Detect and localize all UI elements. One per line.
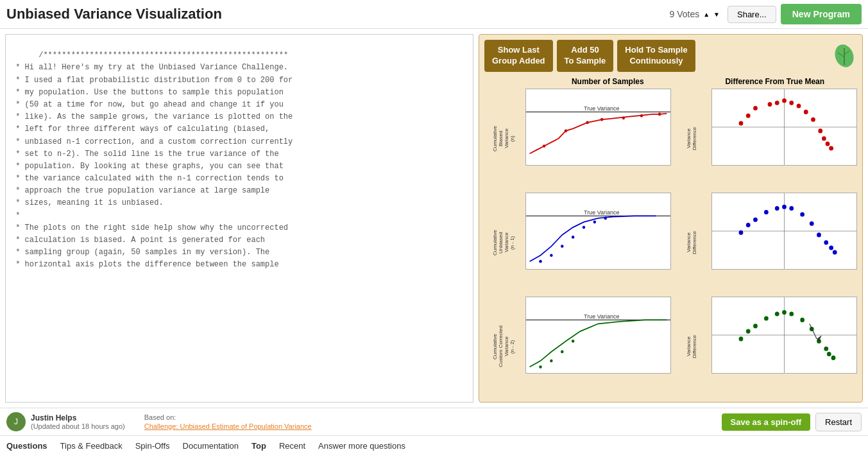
svg-point-57 [561,351,564,354]
svg-point-9 [600,118,604,121]
vote-down-button[interactable]: ▼ [713,11,720,18]
svg-point-69 [824,347,828,351]
svg-point-7 [565,129,568,132]
svg-point-10 [622,116,625,119]
chart-right-2 [711,193,857,270]
left-label-2: Cumulative Unbiased Variance (n - 1) [484,193,523,293]
svg-point-27 [739,121,744,125]
svg-point-42 [775,206,779,211]
svg-point-46 [810,221,814,226]
svg-text:True Variance: True Variance [584,313,620,320]
right-column-header: Difference From True Mean [693,77,858,86]
new-program-button[interactable]: New Program [781,4,862,24]
bottom-bar: J Justin Helps (Updated about 18 hours a… [0,408,868,435]
user-info: J Justin Helps (Updated about 18 hours a… [6,412,125,431]
right-label-1: Variance Difference [674,89,709,189]
svg-point-52 [833,250,837,254]
svg-text:True Variance: True Variance [584,209,620,216]
left-column-header: Number of Samples [525,77,690,86]
svg-point-33 [561,245,564,248]
svg-point-34 [572,236,575,239]
svg-text:True Variance: True Variance [584,105,620,112]
svg-point-73 [831,356,836,360]
nav-questions[interactable]: Questions [6,441,47,451]
svg-point-71 [739,336,744,341]
svg-point-26 [746,114,751,118]
svg-point-41 [764,210,769,214]
svg-point-15 [753,106,758,110]
svg-point-49 [746,223,751,227]
chart-row-3: Cumulative Custom Corrected Variance (n … [484,297,857,397]
hold-to-sample-button[interactable]: Hold To Sample Continuously [617,40,695,72]
svg-point-22 [811,117,815,121]
svg-point-17 [775,100,779,105]
svg-line-74 [810,324,817,339]
vote-up-button[interactable]: ▲ [703,11,710,18]
based-on-section: Based on: Challenge: Unbiased Estimate o… [144,413,312,431]
nav-top[interactable]: Top [251,441,266,451]
svg-point-16 [768,102,772,107]
svg-point-55 [539,365,542,368]
nav-answer-more[interactable]: Answer more questions [318,441,405,451]
svg-point-72 [827,352,831,356]
code-editor: /***************************************… [5,34,473,403]
right-label-2: Variance Difference [674,193,709,293]
restart-button[interactable]: Restart [815,413,862,431]
svg-point-31 [539,260,542,263]
svg-point-66 [800,318,804,322]
svg-point-48 [824,240,828,245]
svg-point-8 [586,121,589,124]
user-updated: (Updated about 18 hours ago) [31,422,125,430]
left-label-3: Cumulative Custom Corrected Variance (n … [484,297,523,397]
svg-point-23 [818,128,822,133]
svg-point-24 [822,136,826,141]
based-on-label: Based on: [144,413,312,421]
avatar: J [6,412,26,431]
app-header: Unbiased Variance Visualization 9 Votes … [0,0,868,29]
save-spinoff-button[interactable]: Save as a spin-off [722,413,811,431]
based-on-link[interactable]: Challenge: Unbiased Estimate of Populati… [144,422,312,430]
nav-tips-feedback[interactable]: Tips & Feedback [60,441,123,451]
svg-point-43 [782,205,787,209]
chart-left-3: True Variance [525,297,671,374]
nav-spinoffs[interactable]: Spin-Offs [135,441,170,451]
svg-point-50 [739,230,744,235]
svg-point-12 [658,112,661,116]
svg-point-62 [764,316,769,320]
votes-area: 9 Votes ▲ ▼ [669,9,720,19]
svg-point-63 [775,311,779,316]
svg-point-44 [789,206,794,211]
chart-row-1: Cumulative Biased Variance (n) True Vari… [484,89,857,189]
svg-point-25 [826,141,830,146]
svg-point-11 [640,114,643,117]
chart-left-2: True Variance [525,193,671,270]
svg-point-21 [804,110,808,114]
svg-point-58 [572,340,575,343]
main-area: /***************************************… [0,29,868,408]
svg-point-36 [593,220,597,223]
svg-point-51 [829,245,833,250]
nav-recent[interactable]: Recent [279,441,305,451]
nav-footer: Questions Tips & Feedback Spin-Offs Docu… [0,435,868,456]
code-content[interactable]: /***************************************… [6,35,473,402]
add-50-button[interactable]: Add 50 To Sample [557,40,614,72]
right-label-3: Variance Difference [674,297,709,397]
chart-right-1 [711,89,857,166]
show-last-group-button[interactable]: Show Last Group Added [484,40,553,72]
svg-point-65 [789,311,794,316]
svg-point-28 [829,146,833,150]
share-button[interactable]: Share... [728,6,776,23]
svg-point-56 [550,360,553,363]
svg-point-6 [543,144,546,148]
right-panel: Show Last Group Added Add 50 To Sample H… [479,34,863,403]
leaf-icon [831,43,857,69]
chart-right-3 [711,297,857,374]
svg-point-32 [550,254,553,257]
svg-point-18 [782,98,787,103]
nav-documentation[interactable]: Documentation [183,441,239,451]
page-title: Unbiased Variance Visualization [6,6,669,22]
svg-point-19 [789,100,794,105]
svg-point-61 [753,324,758,328]
svg-point-47 [817,232,821,237]
votes-count: 9 Votes [669,9,699,19]
